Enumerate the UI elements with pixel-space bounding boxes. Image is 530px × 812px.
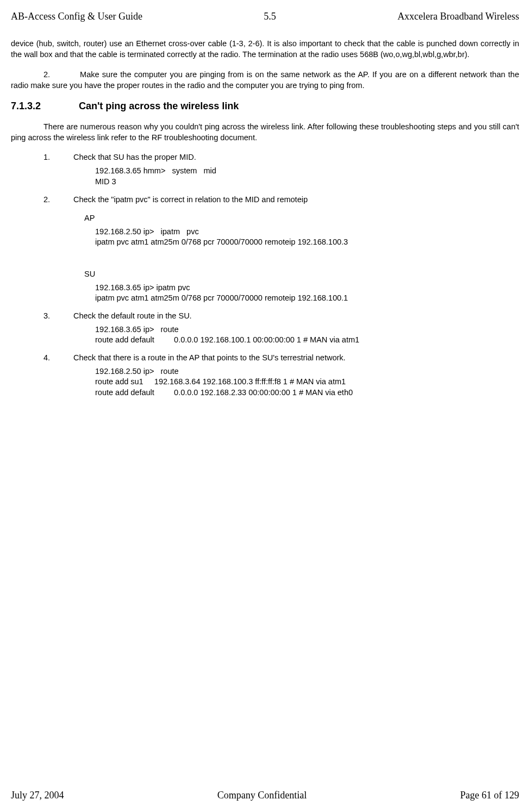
code-block: 192.168.2.50 ip> ipatm pvc ipatm pvc atm… xyxy=(95,227,519,248)
step-text: Check the default route in the SU. xyxy=(73,311,519,320)
step-text: Check the "ipatm pvc" is correct in rela… xyxy=(73,195,519,204)
step-text: Make sure the computer you are pinging f… xyxy=(11,70,519,90)
step-number: 2. xyxy=(43,70,50,79)
code-block: 192.168.2.50 ip> route route add su1 192… xyxy=(95,366,519,398)
section-title: Can't ping across the wireless link xyxy=(79,101,239,111)
page-header: AB-Access Config & User Guide 5.5 Axxcel… xyxy=(11,11,519,22)
footer-page: Page 61 of 129 xyxy=(460,790,519,801)
step-number: 1. xyxy=(43,153,73,161)
code-block: 192.168.3.65 ip> ipatm pvc ipatm pvc atm… xyxy=(95,283,519,304)
ap-label: AP xyxy=(84,214,519,222)
code-block: 192.168.3.65 ip> route route add default… xyxy=(95,324,519,346)
step-1: 1. Check that SU has the proper MID. xyxy=(11,153,519,161)
step-number: 2. xyxy=(43,195,73,204)
footer-confidential: Company Confidential xyxy=(217,790,307,801)
code-block: 192.168.3.65 hmm> system mid MID 3 xyxy=(95,166,519,187)
su-label: SU xyxy=(84,270,519,278)
step-2: 2. Check the "ipatm pvc" is correct in r… xyxy=(11,195,519,204)
header-right: Axxcelera Broadband Wireless xyxy=(397,11,519,22)
numbered-paragraph: 2.Make sure the computer you are pinging… xyxy=(11,70,519,91)
step-3: 3. Check the default route in the SU. xyxy=(11,311,519,320)
section-number: 7.1.3.2 xyxy=(11,101,79,112)
step-4: 4. Check that there is a route in the AP… xyxy=(11,353,519,362)
header-center: 5.5 xyxy=(264,11,276,22)
paragraph-continuation: device (hub, switch, router) use an Ethe… xyxy=(11,39,519,60)
footer-date: July 27, 2004 xyxy=(11,790,64,801)
section-heading: 7.1.3.2Can't ping across the wireless li… xyxy=(11,101,519,112)
step-text: Check that there is a route in the AP th… xyxy=(73,353,519,362)
section-intro: There are numerous reason why you couldn… xyxy=(11,122,519,143)
step-text: Check that SU has the proper MID. xyxy=(73,153,519,161)
step-number: 4. xyxy=(43,353,73,362)
step-number: 3. xyxy=(43,311,73,320)
header-left: AB-Access Config & User Guide xyxy=(11,11,142,22)
page-footer: July 27, 2004 Company Confidential Page … xyxy=(11,790,519,801)
